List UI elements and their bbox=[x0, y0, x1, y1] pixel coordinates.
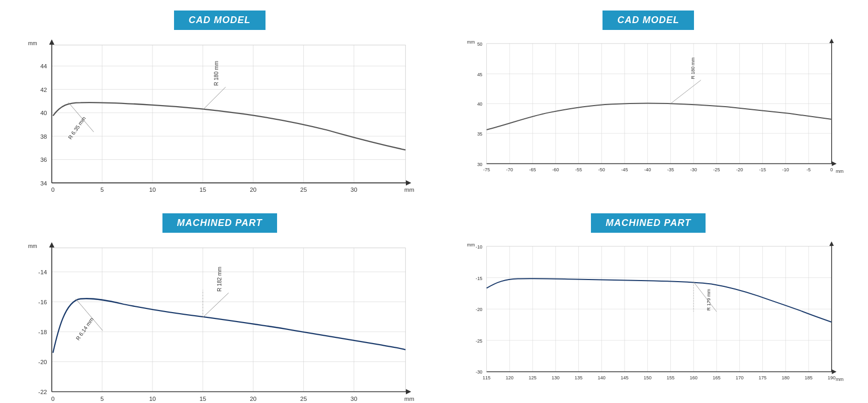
figure-title-cad2: CAD MODEL bbox=[603, 11, 694, 30]
svg-text:44: 44 bbox=[40, 63, 47, 69]
svg-text:36: 36 bbox=[40, 157, 47, 163]
svg-text:30: 30 bbox=[351, 187, 358, 193]
figure-cad-profile2: CAD MODEL bbox=[445, 11, 853, 203]
svg-text:145: 145 bbox=[620, 376, 628, 381]
svg-text:42: 42 bbox=[40, 87, 47, 93]
svg-text:-20: -20 bbox=[38, 359, 47, 365]
svg-text:155: 155 bbox=[667, 376, 675, 381]
svg-text:150: 150 bbox=[644, 376, 651, 381]
svg-text:-15: -15 bbox=[475, 276, 482, 281]
svg-text:115: 115 bbox=[483, 376, 491, 381]
svg-text:180: 180 bbox=[781, 376, 789, 381]
svg-text:-30: -30 bbox=[475, 370, 482, 375]
svg-text:mm: mm bbox=[467, 39, 475, 45]
svg-text:170: 170 bbox=[736, 376, 743, 381]
svg-text:15: 15 bbox=[199, 187, 206, 193]
svg-text:25: 25 bbox=[300, 187, 307, 193]
svg-text:mm: mm bbox=[404, 187, 414, 193]
svg-text:10: 10 bbox=[149, 396, 156, 402]
figure-cad-profile1: CAD MODEL bbox=[16, 11, 424, 203]
chart-machined-profile2: 115 120 125 130 135 140 145 150 155 160 … bbox=[445, 236, 853, 389]
svg-text:-20: -20 bbox=[736, 167, 743, 172]
svg-text:0: 0 bbox=[52, 187, 55, 193]
chart-cad-profile2: -75 -70 -65 -60 -55 -50 -45 -40 -35 -30 … bbox=[445, 33, 853, 181]
svg-text:-20: -20 bbox=[475, 307, 482, 312]
svg-text:45: 45 bbox=[477, 72, 482, 77]
svg-text:30: 30 bbox=[477, 162, 482, 167]
svg-text:5: 5 bbox=[100, 187, 104, 193]
svg-text:-25: -25 bbox=[713, 167, 720, 172]
svg-text:-14: -14 bbox=[38, 269, 47, 275]
svg-text:190: 190 bbox=[828, 376, 835, 381]
chart-machined-profile1: 0 5 10 15 20 25 30 mm -22 -20 -18 -16 -1… bbox=[16, 236, 424, 403]
svg-text:-50: -50 bbox=[598, 167, 605, 172]
svg-text:-15: -15 bbox=[759, 167, 766, 172]
svg-text:R 179 mm: R 179 mm bbox=[706, 289, 711, 311]
svg-text:mm: mm bbox=[404, 396, 414, 402]
svg-text:140: 140 bbox=[597, 376, 605, 381]
svg-text:-75: -75 bbox=[483, 167, 490, 172]
svg-text:mm: mm bbox=[28, 243, 37, 249]
svg-text:185: 185 bbox=[804, 376, 812, 381]
svg-text:50: 50 bbox=[477, 42, 482, 47]
svg-text:mm: mm bbox=[28, 40, 37, 46]
svg-text:-55: -55 bbox=[575, 167, 582, 172]
svg-text:-30: -30 bbox=[690, 167, 697, 172]
svg-text:-16: -16 bbox=[38, 299, 47, 305]
svg-text:-25: -25 bbox=[475, 338, 482, 344]
svg-text:mm: mm bbox=[835, 377, 843, 383]
svg-text:mm: mm bbox=[467, 242, 475, 247]
figure-title-cad1: CAD MODEL bbox=[174, 11, 265, 30]
svg-text:0: 0 bbox=[830, 167, 833, 172]
svg-rect-0 bbox=[52, 45, 405, 183]
svg-text:-22: -22 bbox=[38, 389, 47, 395]
svg-text:30: 30 bbox=[351, 396, 358, 402]
svg-text:R 180 mm: R 180 mm bbox=[690, 57, 696, 79]
svg-text:160: 160 bbox=[689, 376, 697, 381]
svg-text:125: 125 bbox=[528, 376, 536, 381]
figure-title-machined2: MACHINED PART bbox=[591, 213, 706, 233]
svg-text:-35: -35 bbox=[667, 167, 674, 172]
svg-text:R 182 mm: R 182 mm bbox=[217, 267, 222, 292]
figures-grid: CAD MODEL bbox=[16, 11, 852, 403]
svg-text:mm: mm bbox=[835, 169, 843, 174]
svg-text:34: 34 bbox=[40, 180, 47, 187]
svg-text:-45: -45 bbox=[621, 167, 628, 172]
svg-text:R 180 mm: R 180 mm bbox=[213, 61, 219, 86]
svg-text:135: 135 bbox=[575, 376, 583, 381]
figure-machined-profile2: MACHINED PART bbox=[445, 213, 853, 403]
svg-text:-65: -65 bbox=[529, 167, 536, 172]
svg-text:35: 35 bbox=[477, 131, 482, 137]
svg-text:40: 40 bbox=[40, 110, 47, 116]
svg-text:175: 175 bbox=[759, 376, 767, 381]
svg-text:5: 5 bbox=[100, 396, 104, 402]
svg-text:38: 38 bbox=[40, 133, 47, 140]
svg-text:-18: -18 bbox=[38, 329, 47, 335]
svg-text:-5: -5 bbox=[806, 167, 810, 172]
svg-text:10: 10 bbox=[149, 187, 156, 193]
figure-title-machined1: MACHINED PART bbox=[162, 213, 277, 233]
chart-cad-profile1: 0 5 10 15 20 25 30 mm 34 36 38 40 42 44 … bbox=[16, 33, 424, 203]
svg-text:20: 20 bbox=[250, 396, 257, 402]
svg-text:-40: -40 bbox=[644, 167, 651, 172]
svg-text:40: 40 bbox=[477, 101, 482, 107]
svg-text:15: 15 bbox=[199, 396, 206, 402]
svg-text:0: 0 bbox=[52, 396, 55, 402]
figure-machined-profile1: MACHINED PART bbox=[16, 213, 424, 403]
svg-text:-70: -70 bbox=[506, 167, 513, 172]
svg-text:25: 25 bbox=[300, 396, 307, 402]
svg-text:20: 20 bbox=[250, 187, 257, 193]
svg-text:-60: -60 bbox=[552, 167, 559, 172]
svg-text:165: 165 bbox=[712, 376, 720, 381]
svg-text:-10: -10 bbox=[782, 167, 789, 172]
svg-text:-10: -10 bbox=[475, 244, 482, 250]
svg-text:130: 130 bbox=[552, 376, 559, 381]
svg-text:120: 120 bbox=[505, 376, 513, 381]
